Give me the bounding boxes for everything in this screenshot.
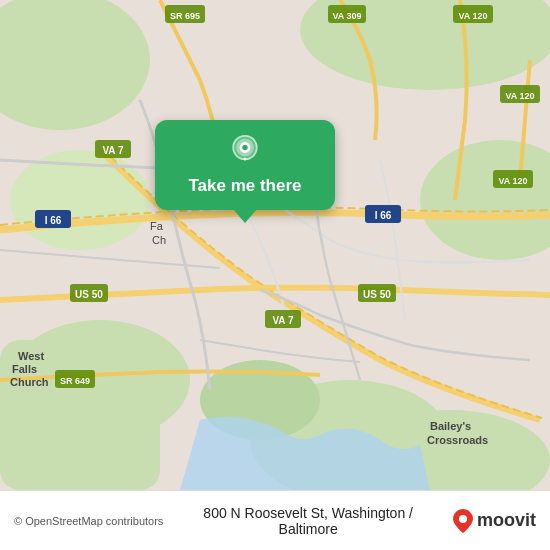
location-pin-icon xyxy=(227,134,263,170)
moovit-name-text: moovit xyxy=(477,510,536,531)
svg-text:Crossroads: Crossroads xyxy=(427,434,488,446)
popup-bubble[interactable]: Take me there xyxy=(155,120,335,210)
popup-label: Take me there xyxy=(188,176,301,196)
svg-text:Bailey's: Bailey's xyxy=(430,420,471,432)
moovit-logo: moovit xyxy=(453,509,536,533)
svg-text:SR 649: SR 649 xyxy=(60,376,90,386)
popup-arrow xyxy=(233,209,257,223)
map-popup[interactable]: Take me there xyxy=(155,120,335,223)
moovit-pin-icon xyxy=(453,509,473,533)
svg-text:Falls: Falls xyxy=(12,363,37,375)
svg-text:VA 120: VA 120 xyxy=(458,11,487,21)
svg-text:VA 120: VA 120 xyxy=(498,176,527,186)
svg-text:Church: Church xyxy=(10,376,49,388)
svg-text:I 66: I 66 xyxy=(375,210,392,221)
svg-text:VA 7: VA 7 xyxy=(102,145,124,156)
address-text: 800 N Roosevelt St, Washington / Baltimo… xyxy=(173,505,443,537)
svg-point-44 xyxy=(242,145,247,150)
svg-text:SR 695: SR 695 xyxy=(170,11,200,21)
svg-point-46 xyxy=(459,515,467,523)
svg-text:VA 7: VA 7 xyxy=(272,315,294,326)
svg-text:I 66: I 66 xyxy=(45,215,62,226)
svg-text:VA 120: VA 120 xyxy=(505,91,534,101)
svg-text:West: West xyxy=(18,350,44,362)
copyright-text: © OpenStreetMap contributors xyxy=(14,515,163,527)
bottom-bar: © OpenStreetMap contributors 800 N Roose… xyxy=(0,490,550,550)
svg-text:US 50: US 50 xyxy=(363,289,391,300)
svg-text:Ch: Ch xyxy=(152,234,166,246)
svg-text:VA 309: VA 309 xyxy=(332,11,361,21)
svg-text:US 50: US 50 xyxy=(75,289,103,300)
map-container: I 66 I 66 VA 7 VA 7 US 50 US 50 VA 309 V… xyxy=(0,0,550,490)
map-background: I 66 I 66 VA 7 VA 7 US 50 US 50 VA 309 V… xyxy=(0,0,550,490)
